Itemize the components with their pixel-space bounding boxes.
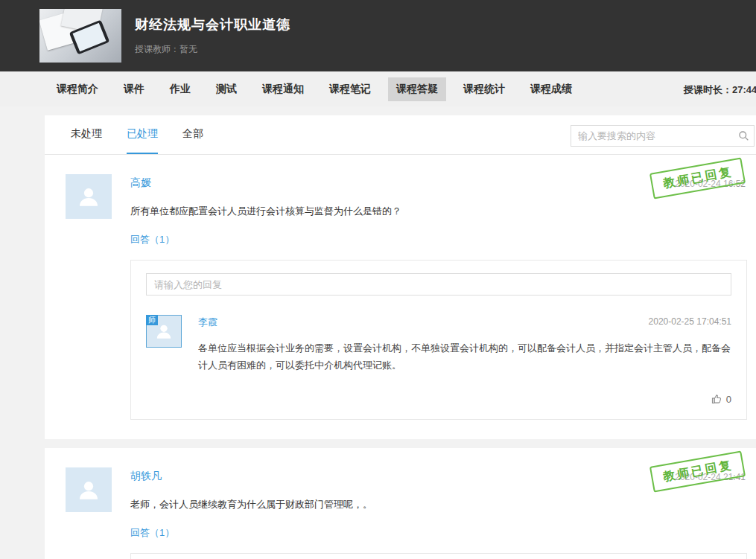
- like-count: 0: [726, 394, 731, 405]
- nav-tab-courseware[interactable]: 课件: [115, 77, 153, 101]
- nav-tab-qa[interactable]: 课程答疑: [388, 77, 446, 101]
- search-input[interactable]: [571, 130, 733, 141]
- app-header: 财经法规与会计职业道德 授课教师：暂无: [0, 0, 756, 71]
- answers-toggle-link[interactable]: 回答（1）: [130, 233, 174, 246]
- search-box: [571, 125, 755, 147]
- reply-item: 师 李霞 2020-02-25 17:04:51 各单位应当根据会计业务的需要，…: [146, 315, 731, 407]
- teacher-badge: 师: [146, 315, 158, 325]
- nav-tab-stats[interactable]: 课程统计: [455, 77, 513, 101]
- question-avatar: [66, 467, 112, 512]
- filter-tab-all[interactable]: 全部: [182, 115, 203, 154]
- filter-tab-processed[interactable]: 已处理: [127, 115, 158, 154]
- course-thumbnail-image: [39, 9, 121, 63]
- course-title: 财经法规与会计职业道德: [135, 16, 290, 33]
- reply-box: 师 2020-02-25: [130, 553, 747, 559]
- reply-text: 各单位应当根据会计业务的需要，设置会计机构，不单独设置会计机构的，可以配备会计人…: [198, 339, 731, 374]
- question-text: 老师，会计人员继续教育为什么属于财政部门管理呢，。: [130, 498, 747, 511]
- reply-timestamp: 2020-02-25 17:04:51: [649, 316, 731, 327]
- question-text: 所有单位都应配置会计人员进行会计核算与监督为什么是错的？: [130, 205, 747, 218]
- nav-tab-intro[interactable]: 课程简介: [48, 77, 107, 101]
- filter-bar: 未处理 已处理 全部: [45, 115, 756, 155]
- reply-avatar: 师: [146, 315, 182, 348]
- like-button[interactable]: 0: [711, 394, 731, 405]
- nav-tab-homework[interactable]: 作业: [162, 77, 199, 101]
- user-icon: [76, 477, 101, 502]
- nav-tab-notes[interactable]: 课程笔记: [321, 77, 379, 101]
- question-block: 2020-02-24 21:41 教师已回复 胡轶凡 老师，会计人员继续教育为什…: [45, 448, 756, 559]
- nav-tab-notice[interactable]: 课程通知: [254, 77, 312, 101]
- answers-toggle-link[interactable]: 回答（1）: [130, 526, 174, 540]
- user-icon: [76, 184, 101, 209]
- question-author[interactable]: 胡轶凡: [130, 470, 162, 483]
- question-block: 2020-02-24 16:52 教师已回复 高媛 所有单位都应配置会计人员进行…: [45, 155, 756, 439]
- question-author[interactable]: 高媛: [130, 176, 151, 190]
- reply-box: 师 李霞 2020-02-25 17:04:51 各单位应当根据会计业务的需要，…: [130, 260, 747, 420]
- filter-tab-unprocessed[interactable]: 未处理: [71, 115, 102, 154]
- nav-tab-test[interactable]: 测试: [208, 77, 245, 101]
- course-teacher-label: 授课教师：暂无: [135, 43, 290, 56]
- course-nav: 课程简介 课件 作业 测试 课程通知 课程笔记 课程答疑 课程统计 课程成绩 授…: [0, 71, 756, 106]
- nav-tab-grades[interactable]: 课程成绩: [522, 77, 580, 101]
- question-avatar: [66, 174, 112, 219]
- thumbs-up-icon: [711, 394, 722, 404]
- teaching-duration-label: 授课时长：27:44: [684, 83, 756, 97]
- reply-author[interactable]: 李霞: [198, 316, 217, 328]
- reply-input[interactable]: [146, 273, 731, 296]
- qa-card: 2020-02-24 21:41 教师已回复 胡轶凡 老师，会计人员继续教育为什…: [45, 448, 756, 559]
- qa-card: 未处理 已处理 全部 2020-02-24 16:52: [45, 115, 756, 439]
- search-icon[interactable]: [733, 130, 754, 141]
